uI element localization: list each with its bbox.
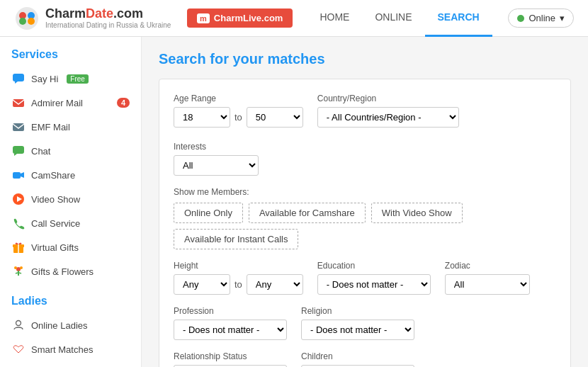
main-layout: Services Say Hi Free Admirer Mail 4 EMF … [0, 37, 588, 367]
age-range-group: Age Range 181920253035 to 504540355560 [174, 94, 303, 128]
page-title: Search for your matches [159, 51, 571, 67]
age-to-select[interactable]: 504540355560 [247, 107, 303, 128]
sidebar-item-video-show[interactable]: Video Show [0, 187, 141, 211]
ladies-title: Ladies [0, 295, 141, 313]
age-to-label: to [234, 112, 242, 123]
profession-select[interactable]: - Does not matter - [174, 320, 287, 340]
say-hi-label: Say Hi [31, 74, 58, 84]
show-me-label: Show me Members: [174, 187, 556, 197]
video-show-icon [11, 192, 26, 206]
filter-available-instant-calls[interactable]: Available for Instant Calls [174, 229, 298, 249]
admirer-mail-badge: 4 [117, 98, 130, 108]
emf-mail-icon [11, 120, 26, 134]
chat-icon [11, 144, 26, 158]
filter-with-video-show[interactable]: With Video Show [371, 203, 463, 223]
religion-select[interactable]: - Does not matter - [301, 320, 414, 340]
form-row-height: Height Any to Any Education - Does [174, 261, 556, 295]
interests-label: Interests [174, 142, 259, 152]
svg-rect-9 [13, 146, 24, 154]
svg-marker-10 [14, 154, 17, 156]
admirer-mail-label: Admirer Mail [31, 98, 83, 108]
height-group: Height Any to Any [174, 261, 303, 295]
svg-rect-8 [13, 123, 24, 131]
sidebar-item-chat[interactable]: Chat [0, 139, 141, 163]
call-service-icon [11, 216, 26, 230]
svg-point-0 [16, 7, 38, 30]
logo-icon [14, 6, 40, 31]
header: CharmDate.com International Dating in Ru… [0, 0, 588, 37]
religion-label: Religion [301, 306, 414, 316]
services-title: Services [0, 48, 141, 67]
sidebar-item-smart-matches[interactable]: Smart Matches [0, 337, 141, 361]
nav-home[interactable]: HOME [307, 0, 362, 37]
sidebar-item-camshare[interactable]: CamShare [0, 163, 141, 187]
svg-point-4 [28, 18, 35, 25]
svg-point-3 [19, 18, 26, 25]
sidebar-item-emf-mail[interactable]: EMF Mail [0, 115, 141, 139]
online-status-button[interactable]: Online ▾ [508, 9, 574, 28]
gifts-flowers-label: Gifts & Flowers [31, 266, 94, 277]
profession-label: Profession [174, 306, 287, 316]
religion-group: Religion - Does not matter - [301, 306, 414, 340]
smart-matches-label: Smart Matches [31, 344, 93, 355]
country-region-group: Country/Region - All Countries/Region - … [317, 94, 459, 128]
interests-select[interactable]: All [174, 155, 259, 176]
svg-point-22 [16, 321, 21, 326]
call-service-label: Call Service [31, 218, 80, 229]
zodiac-label: Zodiac [445, 261, 530, 271]
form-row-profession: Profession - Does not matter - Religion … [174, 306, 556, 340]
filter-available-camshare[interactable]: Available for Camshare [249, 203, 366, 223]
nav-online[interactable]: ONLINE [362, 0, 424, 37]
sidebar-item-online-ladies[interactable]: Online Ladies [0, 313, 141, 337]
height-label: Height [174, 261, 303, 271]
sidebar-item-my-contacts[interactable]: My Contacts [0, 361, 141, 367]
education-group: Education - Does not matter - [317, 261, 431, 295]
svg-rect-11 [13, 172, 21, 179]
sidebar-divider [0, 283, 141, 292]
country-select[interactable]: - All Countries/Region - Russia Ukraine [317, 107, 459, 128]
interests-group: Interests All [174, 142, 259, 176]
age-range-inputs: 181920253035 to 504540355560 [174, 107, 303, 128]
virtual-gifts-label: Virtual Gifts [31, 242, 79, 253]
filter-online-only[interactable]: Online Only [174, 203, 243, 223]
charmlive-label: CharmLive.com [214, 13, 283, 23]
sidebar-item-gifts-flowers[interactable]: Gifts & Flowers [0, 259, 141, 283]
sidebar-item-virtual-gifts[interactable]: Virtual Gifts [0, 235, 141, 259]
height-to-label: to [234, 279, 242, 290]
brand-text: CharmDate.com International Dating in Ru… [45, 6, 171, 30]
relationship-group: Relationship Status - Does not matter - [174, 351, 287, 367]
charmlive-button[interactable]: m CharmLive.com [187, 9, 293, 28]
admirer-mail-icon [11, 96, 26, 110]
sidebar-item-call-service[interactable]: Call Service [0, 211, 141, 235]
svg-rect-5 [13, 74, 24, 81]
online-indicator [517, 15, 524, 22]
chat-label: Chat [31, 146, 50, 157]
form-row-1: Age Range 181920253035 to 504540355560 C… [174, 94, 556, 176]
education-select[interactable]: - Does not matter - [317, 274, 431, 295]
nav-center: m CharmLive.com HOME ONLINE SEARCH [171, 0, 508, 37]
camshare-icon [11, 168, 26, 182]
height-to-select[interactable]: Any [247, 274, 303, 295]
video-show-label: Video Show [31, 194, 80, 205]
profession-group: Profession - Does not matter - [174, 306, 287, 340]
relationship-label: Relationship Status [174, 351, 287, 361]
height-range-inputs: Any to Any [174, 274, 303, 295]
age-from-select[interactable]: 181920253035 [174, 107, 230, 128]
sidebar-item-admirer-mail[interactable]: Admirer Mail 4 [0, 91, 141, 115]
education-label: Education [317, 261, 431, 271]
nav-search[interactable]: SEARCH [425, 0, 492, 37]
virtual-gifts-icon [11, 240, 26, 254]
sidebar-item-say-hi[interactable]: Say Hi Free [0, 67, 141, 91]
zodiac-select[interactable]: All [445, 274, 530, 295]
children-label: Children [301, 351, 414, 361]
age-range-label: Age Range [174, 94, 303, 103]
children-group: Children - Does not matter - [301, 351, 414, 367]
height-from-select[interactable]: Any [174, 274, 230, 295]
country-label: Country/Region [317, 94, 459, 103]
free-badge: Free [67, 74, 89, 84]
chevron-down-icon: ▾ [560, 13, 565, 23]
online-label: Online [528, 13, 555, 23]
svg-marker-12 [21, 172, 24, 178]
search-form: Age Range 181920253035 to 504540355560 C… [159, 79, 571, 367]
camshare-label: CamShare [31, 170, 75, 181]
